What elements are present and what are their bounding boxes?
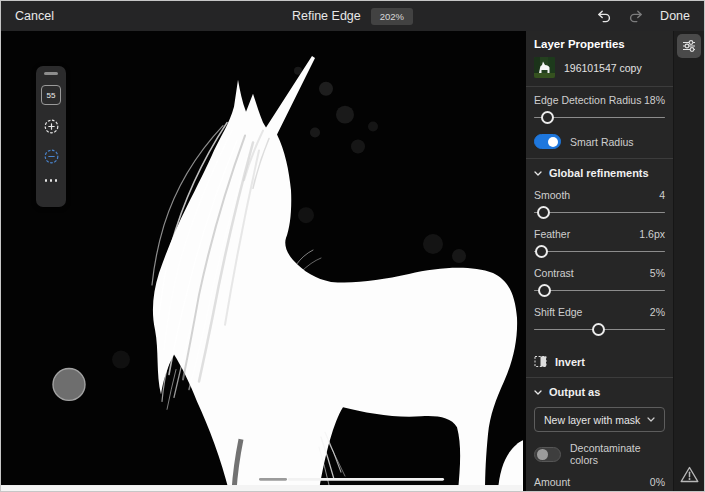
unicorn-mask-image [1,31,526,491]
add-selection-button[interactable] [43,118,60,135]
properties-panel: Layer Properties 196101547 copy Edge Det… [526,31,673,491]
shift-edge-label: Shift Edge [534,306,582,318]
right-rail [673,31,704,491]
zoom-level-badge[interactable]: 202% [371,8,413,25]
ellipsis-icon [45,179,48,182]
app-window: Cancel Refine Edge 202% Done [0,0,705,492]
invert-icon [534,355,547,368]
brush-cursor [53,369,85,401]
edge-detection-label: Edge Detection Radius [534,94,641,106]
slider-knob[interactable] [537,206,550,219]
slider-knob[interactable] [535,245,548,258]
shift-edge-slider[interactable] [534,323,665,336]
separator [526,86,673,87]
warning-icon [680,466,699,483]
circle-minus-icon [43,148,60,165]
mask-bottom-strip [1,485,522,491]
amount-value: 0% [650,476,665,488]
section-global-refinements[interactable]: Global refinements [534,167,649,179]
feather-label: Feather [534,228,570,240]
more-options-button[interactable] [45,179,58,182]
warning-button[interactable] [680,466,699,483]
slider-track[interactable] [534,212,665,214]
slider-track[interactable] [534,251,665,253]
drag-handle[interactable] [44,72,58,75]
invert-button[interactable]: Invert [534,355,585,368]
redo-icon [628,9,644,23]
section-output-as[interactable]: Output as [534,386,600,398]
chevron-down-icon [647,417,655,422]
smart-radius-label: Smart Radius [570,136,634,148]
floating-toolbar: 55 [36,66,66,207]
circle-plus-icon [43,118,60,135]
contrast-slider[interactable] [534,284,665,297]
slider-knob[interactable] [541,111,554,124]
layer-name: 196101547 copy [564,62,642,74]
slider-knob[interactable] [538,284,551,297]
chevron-down-icon [534,171,542,176]
redo-button[interactable] [628,9,644,23]
sliders-icon [682,39,696,53]
edge-detection-value: 18% [644,94,665,106]
separator [526,158,673,159]
layer-thumbnail[interactable] [534,57,555,78]
contrast-label: Contrast [534,267,574,279]
undo-icon [596,9,612,23]
subtract-selection-button[interactable] [43,148,60,165]
smooth-label: Smooth [534,189,570,201]
separator [526,377,673,378]
edge-detection-slider[interactable] [534,111,665,124]
decontaminate-label: Decontaminate colors [570,442,665,466]
output-dropdown[interactable]: New layer with mask [534,407,665,432]
decontaminate-toggle[interactable] [534,447,561,462]
slider-track[interactable] [534,117,665,119]
smooth-value: 4 [659,189,665,201]
chevron-down-icon [534,390,542,395]
slider-track[interactable] [534,290,665,292]
mask-canvas[interactable]: 55 [1,31,526,491]
done-button[interactable]: Done [660,9,690,23]
contrast-value: 5% [650,267,665,279]
slider-knob[interactable] [592,323,605,336]
layer-row[interactable]: 196101547 copy [526,57,673,78]
page-title: Refine Edge [292,9,361,23]
adjustments-button[interactable] [677,34,701,58]
cancel-button[interactable]: Cancel [15,9,54,23]
smooth-slider[interactable] [534,206,665,219]
shift-edge-value: 2% [650,306,665,318]
feather-value: 1.6px [639,228,665,240]
feather-slider[interactable] [534,245,665,258]
smart-radius-toggle[interactable] [534,134,561,149]
amount-label: Amount [534,476,570,488]
undo-button[interactable] [596,9,612,23]
top-bar: Cancel Refine Edge 202% Done [1,1,704,31]
panel-title: Layer Properties [526,38,673,50]
brush-size-badge[interactable]: 55 [41,85,61,105]
